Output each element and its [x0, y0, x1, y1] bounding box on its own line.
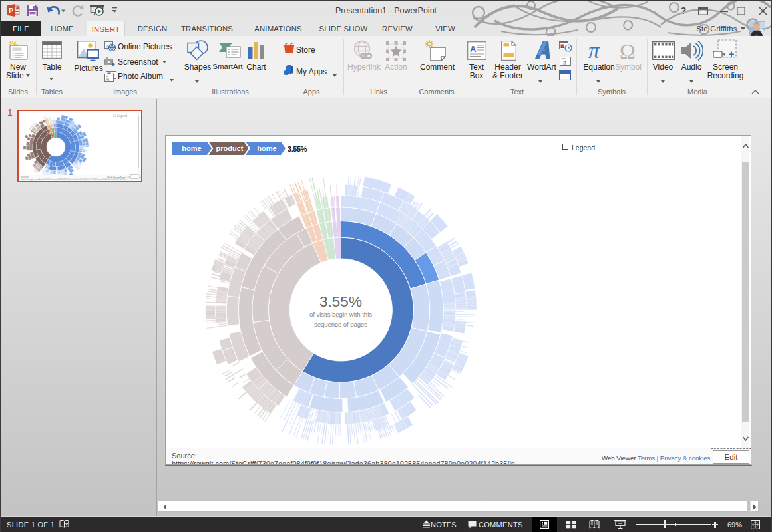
svg-text:product: product — [216, 144, 244, 152]
svg-text:π: π — [588, 40, 600, 61]
svg-text:home: home — [257, 144, 276, 152]
svg-text:Web Viewer: Web Viewer — [107, 176, 121, 179]
svg-text:Legend: Legend — [117, 114, 128, 118]
svg-text:A: A — [470, 44, 477, 54]
svg-text:#: # — [563, 59, 566, 66]
svg-text:home: home — [182, 144, 201, 152]
svg-text:P: P — [9, 7, 13, 15]
svg-text:Ω: Ω — [620, 40, 636, 61]
